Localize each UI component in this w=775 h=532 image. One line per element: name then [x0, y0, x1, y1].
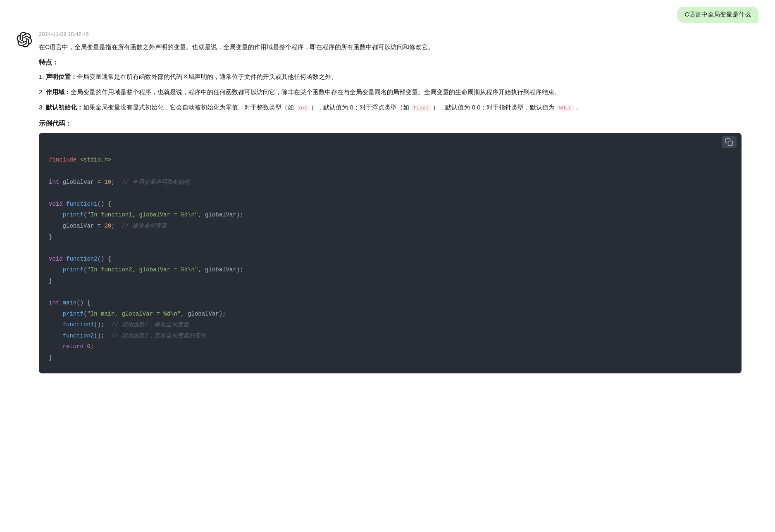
- code-line-5: void function1() {: [49, 199, 732, 210]
- code-line-7: globalVar = 20; // 修改全局变量: [49, 221, 732, 232]
- feature-title-2: 作用域：: [46, 88, 71, 95]
- copy-icon: [725, 138, 733, 146]
- user-bubble: C语言中全局变量是什么: [677, 7, 758, 23]
- features-list: 1. 声明位置：全局变量通常是在所有函数外部的代码区域声明的，通常位于文件的开头…: [39, 71, 742, 113]
- user-message-container: C语言中全局变量是什么: [0, 0, 775, 28]
- feature-text3-mid1: ），默认值为 0；对于浮点类型（如: [309, 104, 411, 111]
- feature-item-1: 1. 声明位置：全局变量通常是在所有函数外部的代码区域声明的，通常位于文件的开头…: [39, 71, 742, 82]
- feature-title-1: 声明位置：: [46, 73, 77, 80]
- feature-num-1: 1.: [39, 73, 46, 80]
- assistant-intro: 在C语言中，全局变量是指在所有函数之外声明的变量。也就是说，全局变量的作用域是整…: [39, 41, 742, 52]
- code-line-13: [49, 287, 732, 298]
- code-block: #include <stdio.h> int globalVar = 10; /…: [39, 151, 742, 373]
- inline-code-float: float: [411, 104, 431, 112]
- code-line-6: printf("In function1, globalVar = %d\n",…: [49, 209, 732, 221]
- feature-text3-end: 。: [574, 104, 582, 111]
- assistant-timestamp: 2024-11-09 18:42:46: [39, 31, 742, 37]
- assistant-content: 2024-11-09 18:42:46 在C语言中，全局变量是指在所有函数之外声…: [39, 31, 742, 382]
- code-line-19: }: [49, 352, 732, 363]
- svg-rect-0: [728, 141, 733, 146]
- feature-text-1: 全局变量通常是在所有函数外部的代码区域声明的，通常位于文件的开头或其他任何函数之…: [77, 73, 337, 80]
- code-line-17: function2(); // 调用函数2，查看全局变量的变化: [49, 330, 732, 342]
- example-title: 示例代码：: [39, 119, 742, 128]
- inline-code-null: NULL: [557, 104, 574, 112]
- code-line-3: int globalVar = 10; // 全局变量声明和初始化: [49, 177, 732, 188]
- code-line-1: #include <stdio.h>: [49, 154, 732, 166]
- inline-code-int: int: [296, 104, 309, 112]
- code-line-2: [49, 166, 732, 177]
- code-line-10: void function2() {: [49, 254, 732, 265]
- code-line-18: return 0;: [49, 341, 732, 352]
- code-block-wrapper: #include <stdio.h> int globalVar = 10; /…: [39, 133, 742, 373]
- code-line-12: }: [49, 276, 732, 287]
- feature-title-3: 默认初始化：: [46, 104, 83, 111]
- code-line-15: printf("In main, globalVar = %d\n", glob…: [49, 309, 732, 320]
- assistant-message: 2024-11-09 18:42:46 在C语言中，全局变量是指在所有函数之外声…: [0, 28, 775, 390]
- feature-num-2: 2.: [39, 88, 46, 95]
- feature-num-3: 3.: [39, 104, 46, 111]
- feature-item-3: 3. 默认初始化：如果全局变量没有显式初始化，它会自动被初始化为零值。对于整数类…: [39, 102, 742, 113]
- user-message-text: C语言中全局变量是什么: [684, 11, 751, 18]
- code-line-4: [49, 188, 732, 199]
- code-line-14: int main() {: [49, 297, 732, 309]
- code-line-11: printf("In function2, globalVar = %d\n",…: [49, 264, 732, 276]
- code-line-9: [49, 242, 732, 254]
- copy-button[interactable]: [722, 136, 737, 148]
- feature-text3-mid2: ），默认值为 0.0；对于指针类型，默认值为: [431, 104, 556, 111]
- page-wrapper: C语言中全局变量是什么 2024-11-09 18:42:46 在C语言中，全局…: [0, 0, 775, 390]
- code-line-16: function1(); // 调用函数1，修改全局变量: [49, 319, 732, 330]
- code-line-8: }: [49, 232, 732, 243]
- feature-text3-before: 如果全局变量没有显式初始化，它会自动被初始化为零值。对于整数类型（如: [83, 104, 296, 111]
- feature-text-2: 全局变量的作用域是整个程序，也就是说，程序中的任何函数都可以访问它，除非在某个函…: [71, 88, 560, 95]
- features-title: 特点：: [39, 58, 742, 67]
- code-block-header: [39, 133, 742, 151]
- feature-item-2: 2. 作用域：全局变量的作用域是整个程序，也就是说，程序中的任何函数都可以访问它…: [39, 86, 742, 97]
- avatar: [17, 32, 32, 48]
